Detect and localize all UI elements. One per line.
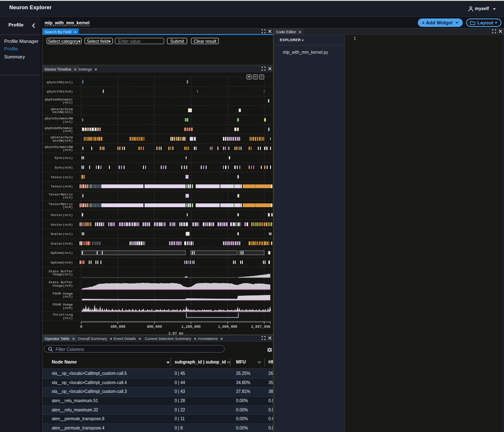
svg-text:(nc1): (nc1) bbox=[63, 295, 73, 298]
svg-text:(nc1): (nc1) bbox=[63, 195, 73, 199]
svg-text:Usage(nc0): Usage(nc0) bbox=[53, 284, 73, 287]
svg-text:(nc1): (nc1) bbox=[63, 316, 73, 320]
svg-text:(nc0): (nc0) bbox=[63, 306, 73, 310]
svg-text:(nc0): (nc0) bbox=[63, 205, 73, 209]
svg-text:(nc0): (nc0) bbox=[63, 129, 73, 133]
svg-text:1,200,000: 1,200,000 bbox=[181, 325, 201, 329]
svg-text:(nc1): (nc1) bbox=[63, 120, 73, 124]
svg-text:Vector(nc0): Vector(nc0) bbox=[50, 223, 73, 227]
svg-text:Vector(nc1): Vector(nc1) bbox=[50, 213, 73, 217]
svg-text:1,600,000: 1,600,000 bbox=[218, 325, 237, 329]
svg-text:Tensor(nc1): Tensor(nc1) bbox=[50, 175, 73, 179]
svg-text:micHW(nc1): micHW(nc1) bbox=[53, 110, 73, 114]
svg-text:Scalar(nc1): Scalar(nc1) bbox=[50, 232, 73, 236]
svg-text:GpSimd(nc0): GpSimd(nc0) bbox=[50, 261, 73, 264]
svg-text:Usage(nc1): Usage(nc1) bbox=[53, 272, 73, 276]
svg-text:800,000: 800,000 bbox=[147, 325, 162, 329]
svg-text:0: 0 bbox=[80, 325, 82, 329]
svg-text:(nc0): (nc0) bbox=[63, 148, 73, 152]
svg-text:Tensor(nc0): Tensor(nc0) bbox=[50, 184, 73, 188]
svg-text:Sync(nc0): Sync(nc0) bbox=[55, 166, 73, 169]
svg-text:2,067,998: 2,067,998 bbox=[251, 325, 271, 329]
svg-text:Sync(nc1): Sync(nc1) bbox=[55, 156, 73, 160]
svg-text:micHW(nc0): micHW(nc0) bbox=[53, 139, 73, 142]
svg-text:Scalar(nc0): Scalar(nc0) bbox=[50, 242, 73, 245]
svg-text:qSyncIO0(nc1): qSyncIO0(nc1) bbox=[47, 80, 73, 84]
svg-text:(nc1): (nc1) bbox=[63, 100, 73, 104]
svg-text:GpSimd(nc1): GpSimd(nc1) bbox=[50, 251, 73, 255]
svg-text:qSyncIO0(nc0): qSyncIO0(nc0) bbox=[47, 90, 73, 93]
svg-text:400,000: 400,000 bbox=[110, 325, 125, 329]
